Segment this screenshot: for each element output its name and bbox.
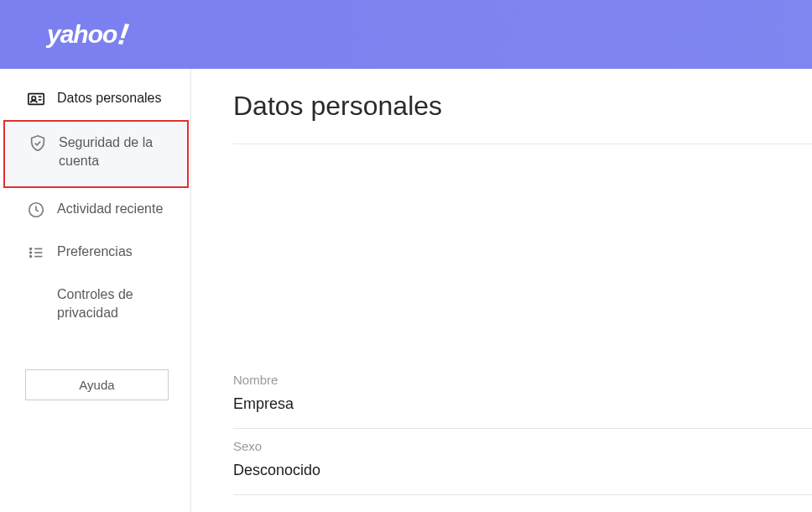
sidebar-item-label: Seguridad de la cuenta [59, 133, 174, 171]
clock-icon [27, 201, 45, 219]
yahoo-logo[interactable]: yahoo! [47, 17, 128, 52]
svg-point-1 [32, 97, 36, 101]
field-name[interactable]: Nombre Empresa [233, 363, 812, 429]
sidebar-item-label: Datos personales [57, 89, 177, 107]
id-card-icon [27, 90, 45, 108]
shield-check-icon [29, 134, 47, 153]
field-label: Sexo [233, 439, 812, 453]
sidebar-item-account-security[interactable]: Seguridad de la cuenta [3, 120, 189, 188]
sidebar-item-privacy-controls[interactable]: Controles de privacidad [0, 274, 190, 335]
help-button[interactable]: Ayuda [25, 369, 169, 400]
svg-point-7 [30, 255, 32, 257]
sidebar-item-preferences[interactable]: Preferencias [0, 231, 190, 274]
field-value: Desconocido [233, 462, 812, 479]
sidebar-item-personal-data[interactable]: Datos personales [0, 77, 190, 120]
field-gender[interactable]: Sexo Desconocido [233, 429, 812, 495]
sidebar-item-label: Preferencias [57, 243, 177, 261]
main: Datos personales Nombre Empresa Sexo Des… [191, 69, 812, 512]
field-label: Nombre [233, 373, 812, 387]
content: Datos personales Seguridad de la cuenta … [0, 69, 812, 512]
list-icon [27, 243, 45, 262]
help-button-label: Ayuda [79, 378, 114, 392]
logo-exclaim: ! [116, 16, 130, 52]
fields: Nombre Empresa Sexo Desconocido [233, 363, 812, 495]
page-title: Datos personales [233, 91, 812, 144]
svg-point-6 [30, 252, 32, 253]
sidebar-item-label: Controles de privacidad [57, 285, 177, 323]
sidebar: Datos personales Seguridad de la cuenta … [0, 69, 191, 512]
logo-text: yahoo [47, 20, 117, 49]
sidebar-item-label: Actividad reciente [57, 200, 177, 218]
sidebar-item-recent-activity[interactable]: Actividad reciente [0, 188, 190, 231]
field-value: Empresa [233, 395, 812, 413]
header: yahoo! [0, 0, 812, 69]
svg-point-5 [30, 248, 32, 249]
